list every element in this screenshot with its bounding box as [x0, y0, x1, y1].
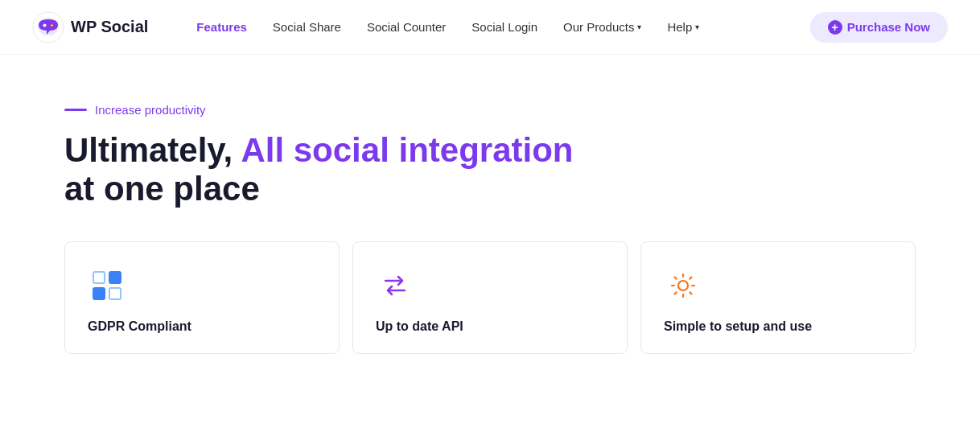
tagline-dash — [64, 109, 87, 111]
nav-help[interactable]: Help ▾ — [667, 20, 699, 34]
setup-card: Simple to setup and use — [640, 241, 916, 354]
logo-text: WP Social — [71, 18, 148, 36]
main-nav: Features Social Share Social Counter Soc… — [196, 20, 809, 34]
site-header: WP Social Features Social Share Social C… — [0, 0, 980, 55]
tagline-text: Increase productivity — [95, 103, 206, 117]
logo[interactable]: WP Social — [32, 11, 148, 43]
gdpr-label: GDPR Compliant — [88, 319, 316, 334]
tagline-row: Increase productivity — [64, 103, 916, 117]
svg-point-2 — [43, 23, 47, 27]
chevron-down-icon: ▾ — [637, 23, 641, 31]
hero-heading: Ultimately, All social integration at on… — [64, 131, 916, 209]
nav-social-share[interactable]: Social Share — [273, 20, 341, 34]
nav-social-counter[interactable]: Social Counter — [367, 20, 446, 34]
api-card: Up to date API — [352, 241, 628, 354]
logo-icon — [32, 11, 64, 43]
nav-social-login[interactable]: Social Login — [471, 20, 537, 34]
gdpr-card: GDPR Compliant — [64, 241, 340, 354]
nav-our-products[interactable]: Our Products ▾ — [563, 20, 641, 34]
api-label: Up to date API — [376, 319, 604, 334]
svg-point-4 — [51, 24, 53, 26]
purchase-now-button[interactable]: + Purchase Now — [810, 12, 948, 43]
main-content: Increase productivity Ultimately, All so… — [0, 55, 980, 354]
chevron-down-icon: ▾ — [695, 23, 699, 31]
plus-icon: + — [828, 20, 842, 35]
setup-label: Simple to setup and use — [664, 319, 892, 334]
feature-cards: GDPR Compliant Up to date API — [64, 241, 916, 354]
nav-features[interactable]: Features — [196, 20, 247, 34]
api-arrows-icon — [376, 266, 414, 305]
gdpr-icon — [88, 266, 126, 305]
gear-setup-icon — [664, 266, 702, 305]
